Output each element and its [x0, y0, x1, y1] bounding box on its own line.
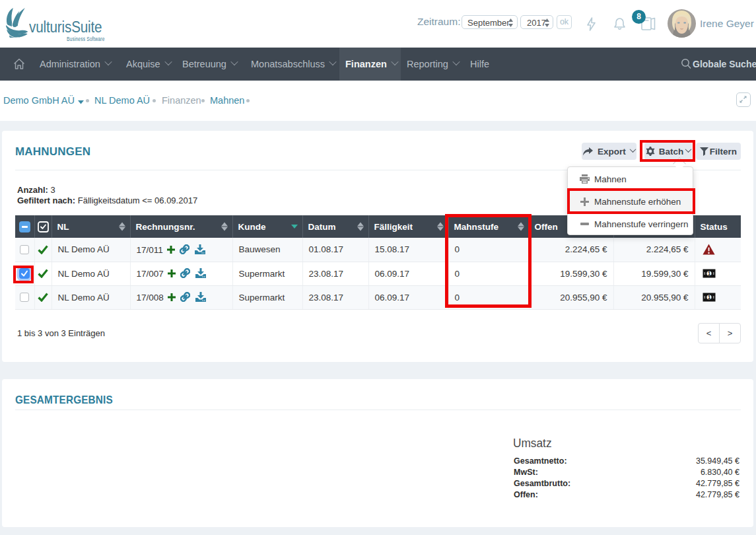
svg-text:1: 1 — [707, 270, 710, 277]
svg-text:1: 1 — [707, 294, 710, 301]
